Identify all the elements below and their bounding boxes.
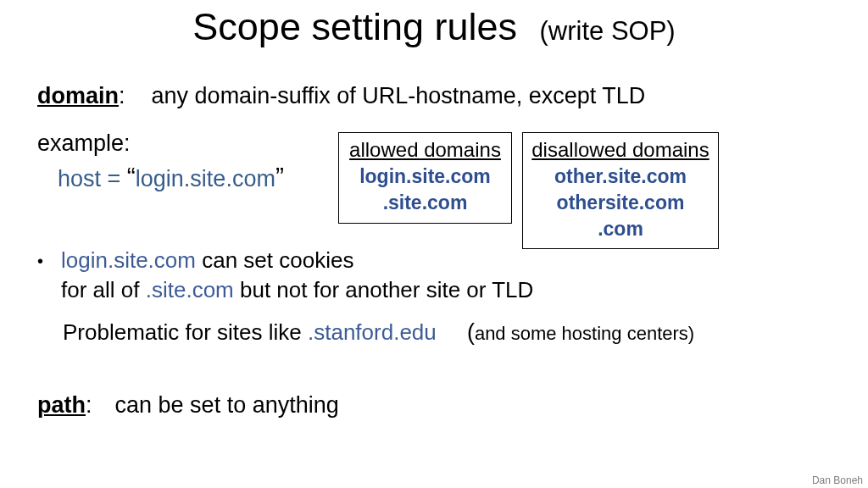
bullet-block: • login.site.com can set cookies for all…: [37, 246, 533, 305]
host-prefix: host =: [58, 166, 127, 191]
disallowed-header: disallowed domains: [531, 136, 709, 164]
slide: Scope setting rules (write SOP) domain: …: [0, 0, 868, 488]
colon: :: [119, 83, 125, 108]
bullet-text: login.site.com can set cookies for all o…: [61, 246, 533, 305]
bullet-part5: but not for another site or TLD: [234, 277, 534, 302]
domain-definition-line: domain: any domain-suffix of URL-hostnam…: [37, 83, 645, 109]
problem-paren: (: [467, 319, 475, 345]
disallowed-item: othersite.com: [531, 190, 709, 216]
allowed-header: allowed domains: [348, 136, 503, 164]
allowed-item: login.site.com: [348, 164, 503, 190]
example-label: example:: [37, 130, 131, 157]
slide-subtitle: (write SOP): [540, 16, 676, 46]
bullet-part3: for all of: [61, 277, 146, 302]
allowed-item: .site.com: [348, 190, 503, 216]
problem-pre: Problematic for sites like: [63, 319, 308, 345]
left-quote: “: [127, 162, 136, 190]
path-text: can be set to anything: [115, 392, 339, 418]
bullet-icon: •: [37, 248, 61, 274]
right-quote: ”: [275, 162, 284, 190]
disallowed-item: other.site.com: [531, 164, 709, 190]
disallowed-item: .com: [531, 216, 709, 242]
bullet-domain-1: login.site.com: [61, 247, 196, 273]
colon: :: [86, 392, 92, 418]
problem-tail: and some hosting centers): [475, 323, 694, 344]
bullet-domain-2: .site.com: [146, 277, 234, 302]
path-line: path: can be set to anything: [37, 392, 339, 419]
host-value: login.site.com: [136, 166, 275, 191]
attribution: Dan Boneh: [812, 474, 863, 486]
host-line: host = “login.site.com”: [58, 164, 284, 192]
bullet-part2: can set cookies: [196, 247, 353, 273]
allowed-domains-box: allowed domains login.site.com .site.com: [338, 132, 512, 224]
title-row: Scope setting rules (write SOP): [0, 5, 868, 49]
path-label: path: [37, 392, 86, 418]
domain-label: domain: [37, 83, 119, 108]
domain-text: any domain-suffix of URL-hostname, excep…: [152, 83, 646, 108]
slide-title: Scope setting rules: [192, 5, 517, 48]
disallowed-domains-box: disallowed domains other.site.com others…: [522, 132, 719, 249]
problematic-line: Problematic for sites like .stanford.edu…: [63, 319, 694, 346]
problem-site: .stanford.edu: [308, 319, 437, 345]
